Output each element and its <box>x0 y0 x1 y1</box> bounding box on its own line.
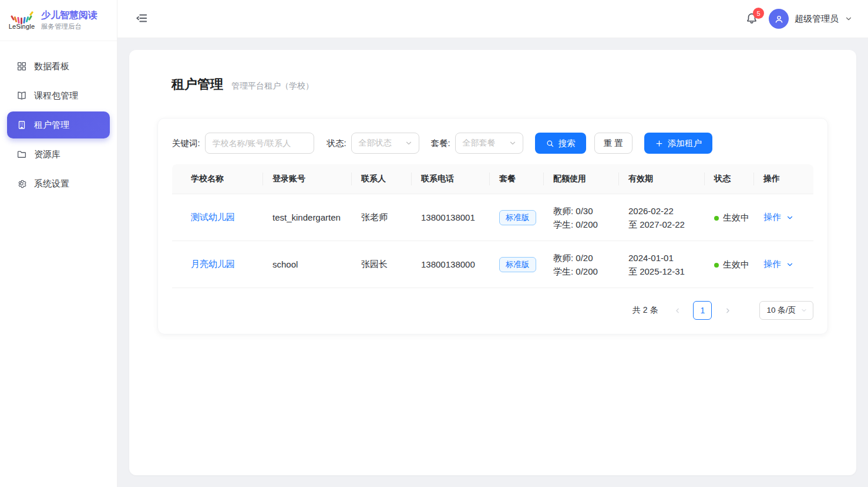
row-actions-dropdown[interactable]: 操作 <box>763 212 809 223</box>
filter-bar: 关键词: 状态: 全部状态 套餐: 全部套餐 <box>172 133 813 154</box>
quota-teacher: 教师: 0/30 <box>553 204 614 218</box>
pagination-prev-icon[interactable] <box>669 302 685 319</box>
valid-to: 至 2025-12-31 <box>628 265 700 278</box>
column-header: 登录账号 <box>263 164 352 194</box>
status-dot-icon <box>714 263 719 268</box>
sidebar-item-label: 租户管理 <box>34 120 69 131</box>
column-header: 操作 <box>754 164 813 194</box>
sidebar-item-label: 数据看板 <box>34 61 69 72</box>
pagination-next-icon[interactable] <box>719 302 736 319</box>
table-row: 测试幼儿园 test_kindergarten 张老师 13800138001 … <box>172 194 813 241</box>
status-cell: 生效中 <box>705 250 754 279</box>
plus-icon <box>655 139 664 148</box>
avatar <box>769 9 789 29</box>
valid-from: 2026-02-22 <box>628 204 700 218</box>
add-tenant-button-label: 添加租户 <box>668 138 702 149</box>
dashboard-icon <box>16 61 27 72</box>
column-header: 联系人 <box>352 164 412 194</box>
pagination-total: 共 2 条 <box>633 305 658 316</box>
topbar: 5 超级管理员 <box>117 0 868 38</box>
table-row: 月亮幼儿园 school 张园长 13800138000 标准版 教师: 0/2… <box>172 241 813 288</box>
reset-button[interactable]: 重 置 <box>594 133 633 154</box>
building-icon <box>16 120 27 130</box>
tenant-management-card: 租户管理 管理平台租户（学校） 关键词: 状态: 全部状态 套餐: <box>129 50 856 475</box>
page-size-select[interactable]: 10 条/页 <box>759 301 813 320</box>
keyword-label: 关键词: <box>172 138 200 149</box>
pagination-page-1[interactable]: 1 <box>693 301 712 320</box>
status-cell: 生效中 <box>705 203 754 232</box>
search-button-label: 搜索 <box>559 138 576 149</box>
gear-icon <box>16 178 27 189</box>
add-tenant-button[interactable]: 添加租户 <box>644 133 712 154</box>
reset-button-label: 重 置 <box>604 138 623 149</box>
column-header: 联系电话 <box>412 164 490 194</box>
status-dot-icon <box>714 216 719 221</box>
validity-cell: 2026-02-22 至 2027-02-22 <box>619 196 705 239</box>
chevron-down-icon <box>786 214 794 222</box>
validity-cell: 2024-01-01 至 2025-12-31 <box>619 243 705 286</box>
account-cell: school <box>263 251 352 278</box>
user-menu[interactable]: 超级管理员 <box>769 9 853 29</box>
sidebar-item-label: 资源库 <box>34 149 60 160</box>
sidebar-item-label: 系统设置 <box>34 178 69 190</box>
pagination: 共 2 条 1 10 条/页 <box>172 301 813 320</box>
sidebar-item-resources[interactable]: 资源库 <box>7 141 110 168</box>
sidebar-collapse-icon[interactable] <box>135 12 149 26</box>
quota-student: 学生: 0/200 <box>553 265 614 278</box>
phone-cell: 13800138001 <box>412 204 490 231</box>
brand-logo: LeSingle 少儿智慧阅读 服务管理后台 <box>0 0 117 41</box>
table-header-row: 学校名称 登录账号 联系人 联系电话 套餐 配额使用 有效期 状态 操作 <box>172 164 813 194</box>
status-badge: 生效中 <box>723 212 749 222</box>
brand-title: 少儿智慧阅读 <box>41 9 97 21</box>
plan-select[interactable]: 全部套餐 <box>455 133 523 154</box>
status-badge: 生效中 <box>723 259 749 269</box>
actions-label: 操作 <box>763 259 781 270</box>
valid-from: 2024-01-01 <box>628 251 700 265</box>
search-button[interactable]: 搜索 <box>535 133 586 154</box>
column-header: 状态 <box>705 164 754 194</box>
quota-teacher: 教师: 0/20 <box>553 251 614 265</box>
plan-label: 套餐: <box>431 138 450 149</box>
tenant-table: 学校名称 登录账号 联系人 联系电话 套餐 配额使用 有效期 状态 操作 测试幼… <box>172 164 813 288</box>
plan-badge: 标准版 <box>499 257 536 272</box>
column-header: 有效期 <box>619 164 705 194</box>
sidebar-item-tenants[interactable]: 租户管理 <box>7 111 110 138</box>
school-name-link[interactable]: 月亮幼儿园 <box>191 259 235 269</box>
quota-cell: 教师: 0/30 学生: 0/200 <box>544 196 619 239</box>
page-size-value: 10 条/页 <box>766 305 796 316</box>
sidebar: LeSingle 少儿智慧阅读 服务管理后台 数据看板 课程包管理 租户管理 <box>0 0 117 487</box>
column-header: 学校名称 <box>172 164 263 194</box>
status-label: 状态: <box>327 138 346 149</box>
valid-to: 至 2027-02-22 <box>628 218 700 231</box>
quota-cell: 教师: 0/20 学生: 0/200 <box>544 243 619 286</box>
actions-label: 操作 <box>763 212 781 223</box>
chevron-down-icon <box>800 307 808 314</box>
status-select[interactable]: 全部状态 <box>351 133 419 154</box>
sidebar-item-label: 课程包管理 <box>34 90 78 102</box>
notification-count-badge: 5 <box>753 8 764 19</box>
column-header: 配额使用 <box>544 164 619 194</box>
contact-cell: 张园长 <box>352 251 412 278</box>
notifications-bell-icon[interactable]: 5 <box>745 12 759 26</box>
phone-cell: 13800138000 <box>412 251 490 278</box>
lesingle-logo-icon: LeSingle <box>8 11 35 30</box>
user-name: 超级管理员 <box>795 13 839 25</box>
tenant-table-panel: 关键词: 状态: 全部状态 套餐: 全部套餐 <box>157 118 828 334</box>
sidebar-item-course-packages[interactable]: 课程包管理 <box>7 82 110 109</box>
sidebar-item-settings[interactable]: 系统设置 <box>7 170 110 197</box>
content-area: 租户管理 管理平台租户（学校） 关键词: 状态: 全部状态 套餐: <box>117 38 868 487</box>
book-icon <box>16 90 27 101</box>
sidebar-menu: 数据看板 课程包管理 租户管理 资源库 系统设置 <box>0 41 117 211</box>
logo-wordmark: LeSingle <box>9 23 35 30</box>
account-cell: test_kindergarten <box>263 204 352 231</box>
page-title: 租户管理 <box>171 76 223 93</box>
plan-badge: 标准版 <box>499 210 536 225</box>
page-subtitle: 管理平台租户（学校） <box>231 81 314 92</box>
quota-student: 学生: 0/200 <box>553 218 614 231</box>
sidebar-item-dashboard[interactable]: 数据看板 <box>7 53 110 80</box>
contact-cell: 张老师 <box>352 204 412 231</box>
keyword-input[interactable] <box>205 133 314 154</box>
brand-subtitle: 服务管理后台 <box>41 22 97 31</box>
school-name-link[interactable]: 测试幼儿园 <box>191 212 235 222</box>
row-actions-dropdown[interactable]: 操作 <box>763 259 809 270</box>
